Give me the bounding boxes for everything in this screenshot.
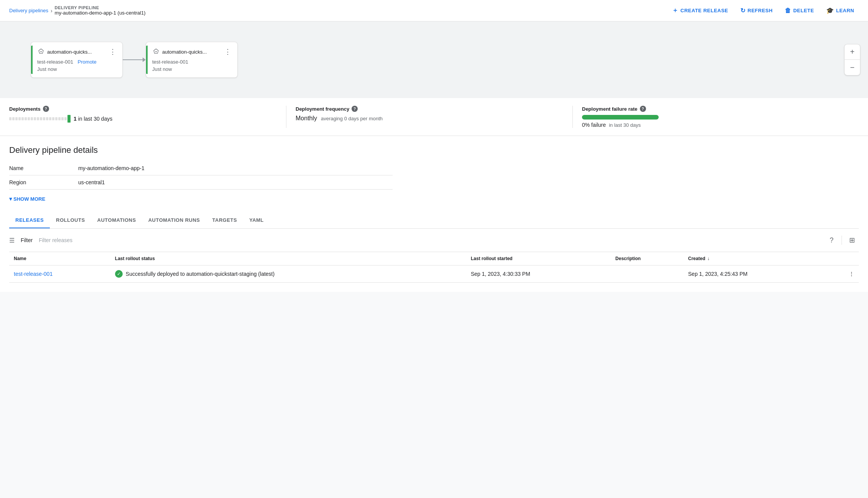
bar-seg-3 xyxy=(15,117,18,120)
table-header-row: Name Last rollout status Last rollout st… xyxy=(9,252,859,265)
pipeline-node-0: automation-quicks... ⋮ test-release-001 … xyxy=(31,42,123,78)
detail-label-name: Name xyxy=(9,161,78,175)
node-name-1: automation-quicks... xyxy=(162,49,207,55)
cell-status: ✓ Successfully deployed to automation-qu… xyxy=(110,265,466,283)
releases-table: Name Last rollout status Last rollout st… xyxy=(9,252,859,283)
main-content: Delivery pipeline details Name my-automa… xyxy=(0,136,868,292)
tabs-container: RELEASES ROLLOUTS AUTOMATIONS AUTOMATION… xyxy=(9,213,859,229)
status-text: Successfully deployed to automation-quic… xyxy=(126,271,275,277)
bar-seg-1 xyxy=(9,117,12,120)
tab-rollouts[interactable]: ROLLOUTS xyxy=(50,213,91,228)
frequency-help-icon[interactable]: ? xyxy=(352,106,358,112)
node-release-1: test-release-001 xyxy=(152,59,231,65)
table-head: Name Last rollout status Last rollout st… xyxy=(9,252,859,265)
detail-row-name: Name my-automation-demo-app-1 xyxy=(9,161,393,175)
svg-point-1 xyxy=(41,51,42,52)
delete-button[interactable]: 🗑 DELETE xyxy=(780,5,819,16)
release-link[interactable]: test-release-001 xyxy=(14,271,53,277)
failure-value: 0% failure in last 30 days xyxy=(582,122,850,128)
failure-label: Deployment failure rate ? xyxy=(582,106,850,112)
delete-icon: 🗑 xyxy=(785,7,791,14)
node-title-1: automation-quicks... xyxy=(152,48,207,56)
breadcrumb-separator: › xyxy=(51,8,53,14)
create-release-button[interactable]: ＋ CREATE RELEASE xyxy=(667,4,733,17)
filter-actions: ? ⊞ xyxy=(825,233,859,247)
pipeline-type-label: DELIVERY PIPELINE xyxy=(55,5,146,10)
cell-created: Sep 1, 2023, 4:25:43 PM xyxy=(684,265,828,283)
detail-row-region: Region us-central1 xyxy=(9,175,393,190)
table-row: test-release-001 ✓ Successfully deployed… xyxy=(9,265,859,283)
tab-targets[interactable]: TARGETS xyxy=(206,213,243,228)
show-more-button[interactable]: ▾ SHOW MORE xyxy=(9,194,859,203)
target-icon-1 xyxy=(152,48,160,56)
tab-yaml[interactable]: YAML xyxy=(243,213,270,228)
col-actions xyxy=(828,252,859,265)
columns-icon: ⊞ xyxy=(849,236,855,244)
metric-deployments: Deployments ? xyxy=(9,106,286,128)
node-header-0: automation-quicks... ⋮ xyxy=(37,48,116,56)
bar-seg-12 xyxy=(43,117,45,120)
node-header-1: automation-quicks... ⋮ xyxy=(152,48,231,56)
vertical-divider xyxy=(842,236,842,245)
bar-seg-18 xyxy=(61,117,64,120)
filter-lines-icon: ☰ xyxy=(9,237,15,244)
col-status: Last rollout status xyxy=(110,252,466,265)
pipeline-name: my-automation-demo-app-1 (us-central1) xyxy=(55,10,146,16)
status-success-icon: ✓ xyxy=(115,270,123,278)
bar-seg-active xyxy=(67,115,71,123)
deployments-bar xyxy=(9,115,71,123)
bar-seg-19 xyxy=(64,117,67,120)
create-icon: ＋ xyxy=(672,7,679,15)
bar-seg-16 xyxy=(55,117,58,120)
bar-seg-15 xyxy=(52,117,54,120)
node-release-0: test-release-001 Promote xyxy=(37,59,116,65)
node-time-0: Just now xyxy=(37,66,116,72)
col-name: Name xyxy=(9,252,110,265)
cell-started: Sep 1, 2023, 4:30:33 PM xyxy=(466,265,611,283)
column-settings-button[interactable]: ⊞ xyxy=(845,233,859,247)
tab-releases[interactable]: RELEASES xyxy=(9,213,50,228)
node-menu-1[interactable]: ⋮ xyxy=(224,48,231,56)
deployments-help-icon[interactable]: ? xyxy=(43,106,49,112)
refresh-button[interactable]: ↻ REFRESH xyxy=(736,5,777,16)
filter-button[interactable]: Filter xyxy=(18,236,36,245)
learn-button[interactable]: 🎓 LEARN xyxy=(822,5,859,16)
failure-bar-container: 0% failure in last 30 days xyxy=(582,115,850,128)
node-menu-0[interactable]: ⋮ xyxy=(109,48,116,56)
detail-label-region: Region xyxy=(9,175,78,190)
table-body: test-release-001 ✓ Successfully deployed… xyxy=(9,265,859,283)
pipeline-arrow-0 xyxy=(123,57,146,62)
node-name-0: automation-quicks... xyxy=(47,49,92,55)
sort-icon: ↓ xyxy=(707,256,710,261)
details-table: Name my-automation-demo-app-1 Region us-… xyxy=(9,161,393,190)
bar-seg-9 xyxy=(34,117,36,120)
tab-automation-runs[interactable]: AUTOMATION RUNS xyxy=(142,213,206,228)
filter-placeholder: Filter releases xyxy=(39,237,72,243)
failure-bar xyxy=(582,115,659,120)
breadcrumb-link[interactable]: Delivery pipelines xyxy=(9,8,48,13)
bar-seg-4 xyxy=(18,117,21,120)
bar-seg-5 xyxy=(21,117,24,120)
refresh-icon: ↻ xyxy=(740,7,746,14)
bar-seg-14 xyxy=(49,117,51,120)
failure-help-icon[interactable]: ? xyxy=(640,106,646,112)
target-icon-0 xyxy=(37,48,45,56)
learn-icon: 🎓 xyxy=(826,7,834,14)
deployments-count: 1 in last 30 days xyxy=(74,116,112,122)
zoom-in-button[interactable]: + xyxy=(845,44,860,60)
section-title: Delivery pipeline details xyxy=(9,145,859,155)
detail-value-name: my-automation-demo-app-1 xyxy=(78,161,393,175)
promote-button-0[interactable]: Promote xyxy=(78,59,97,65)
breadcrumb-current: DELIVERY PIPELINE my-automation-demo-app… xyxy=(55,5,146,16)
row-menu-button[interactable]: ⋮ xyxy=(828,265,859,283)
zoom-out-button[interactable]: − xyxy=(845,60,860,75)
bar-seg-6 xyxy=(25,117,27,120)
filter-help-button[interactable]: ? xyxy=(825,233,838,247)
breadcrumb: Delivery pipelines › DELIVERY PIPELINE m… xyxy=(9,5,667,16)
cell-name: test-release-001 xyxy=(9,265,110,283)
deployments-value: 1 in last 30 days xyxy=(9,115,277,123)
bar-seg-2 xyxy=(12,117,15,120)
tab-automations[interactable]: AUTOMATIONS xyxy=(91,213,142,228)
frequency-value: Monthly averaging 0 days per month xyxy=(296,115,563,122)
svg-point-3 xyxy=(156,51,157,52)
